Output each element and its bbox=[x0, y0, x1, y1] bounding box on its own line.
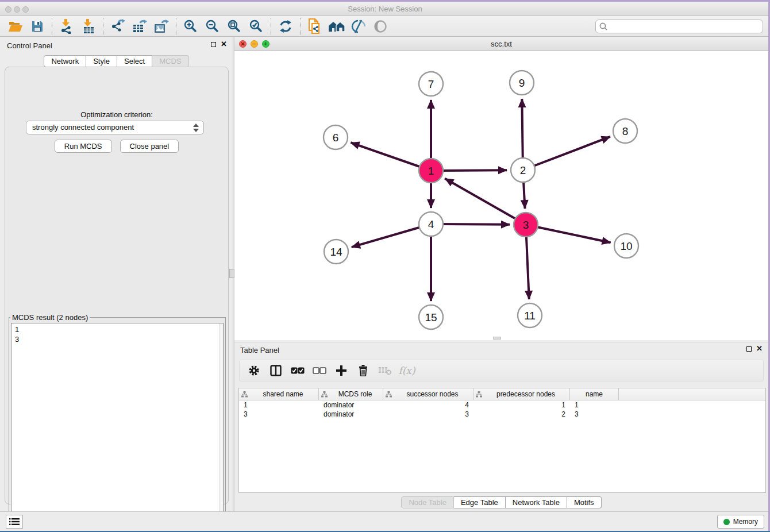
float-table-panel-icon[interactable] bbox=[746, 346, 752, 352]
table-cell[interactable]: 3 bbox=[383, 410, 473, 419]
graph-node-1[interactable]: 1 bbox=[419, 159, 443, 183]
memory-button[interactable]: Memory bbox=[717, 515, 764, 529]
tab-network-table[interactable]: Network Table bbox=[506, 496, 567, 508]
tab-select[interactable]: Select bbox=[117, 55, 152, 67]
home-icon[interactable] bbox=[326, 18, 348, 35]
graph-node-2[interactable]: 2 bbox=[511, 158, 535, 182]
import-table-icon[interactable] bbox=[78, 18, 99, 35]
network-resize-grip[interactable] bbox=[493, 337, 501, 340]
svg-text:1: 1 bbox=[428, 165, 434, 177]
tab-edge-table[interactable]: Edge Table bbox=[454, 496, 506, 508]
add-row-icon[interactable] bbox=[333, 362, 350, 379]
table-cell[interactable]: 1 bbox=[239, 400, 319, 410]
close-panel-icon[interactable]: ✕ bbox=[221, 41, 227, 47]
export-table-icon[interactable] bbox=[129, 18, 151, 35]
session-title: Session: New Session bbox=[0, 5, 770, 13]
column-header-MCDS-role[interactable]: MCDS role bbox=[319, 388, 383, 400]
tab-mcds[interactable]: MCDS bbox=[152, 55, 188, 67]
table-cell[interactable]: 1 bbox=[570, 400, 619, 410]
splitter-grip[interactable] bbox=[229, 269, 234, 278]
memory-status-icon bbox=[723, 519, 730, 525]
optimization-criterion-label: Optimization criterion: bbox=[5, 110, 228, 119]
mcds-result-title: MCDS result (2 nodes) bbox=[10, 313, 90, 322]
graph-node-15[interactable]: 15 bbox=[419, 305, 443, 329]
clone-network-icon[interactable] bbox=[304, 18, 326, 35]
float-panel-icon[interactable] bbox=[211, 42, 216, 47]
select-all-icon[interactable] bbox=[289, 362, 306, 379]
table-panel: Table Panel ✕ f(x) shared nameMCDS ro bbox=[234, 342, 768, 511]
close-panel-button[interactable]: Close panel bbox=[120, 140, 179, 153]
control-panel-tabs: NetworkStyleSelectMCDS bbox=[0, 55, 233, 67]
toggle-preview-icon[interactable] bbox=[369, 18, 391, 35]
tab-style[interactable]: Style bbox=[86, 55, 117, 67]
delete-table-icon[interactable] bbox=[376, 362, 394, 379]
column-header-successor-nodes[interactable]: successor nodes bbox=[383, 388, 473, 400]
status-bar: Memory bbox=[0, 511, 770, 531]
graph-node-4[interactable]: 4 bbox=[419, 212, 443, 236]
zoom-in-icon[interactable] bbox=[180, 18, 202, 35]
save-session-icon[interactable] bbox=[26, 18, 48, 35]
column-header-predecessor-nodes[interactable]: predecessor nodes bbox=[473, 388, 570, 400]
table-cell[interactable]: 3 bbox=[239, 410, 319, 419]
run-mcds-button[interactable]: Run MCDS bbox=[55, 140, 112, 153]
apply-function-icon[interactable]: f(x) bbox=[398, 362, 415, 379]
table-cell[interactable]: 3 bbox=[570, 410, 619, 419]
toggle-style-icon[interactable] bbox=[348, 18, 369, 35]
split-columns-icon[interactable] bbox=[267, 362, 284, 379]
table-cell[interactable]: 2 bbox=[473, 410, 570, 419]
mcds-result-textarea[interactable]: 1 3 bbox=[11, 323, 224, 528]
node-table-header: shared nameMCDS rolesuccessor nodesprede… bbox=[239, 388, 765, 400]
graph-node-3[interactable]: 3 bbox=[514, 213, 538, 237]
table-cell[interactable]: dominator bbox=[319, 400, 383, 410]
graph-node-6[interactable]: 6 bbox=[324, 125, 348, 149]
graph-node-9[interactable]: 9 bbox=[510, 71, 534, 95]
criterion-dropdown[interactable]: strongly connected component bbox=[26, 121, 204, 134]
result-scrollbar[interactable] bbox=[219, 323, 223, 527]
zoom-fit-icon[interactable] bbox=[224, 18, 245, 35]
graph-node-14[interactable]: 14 bbox=[324, 240, 348, 264]
table-cell[interactable]: 1 bbox=[473, 400, 570, 410]
open-file-icon[interactable] bbox=[5, 18, 26, 35]
table-row[interactable]: 1dominator411 bbox=[239, 400, 765, 410]
app-titlebar: Session: New Session bbox=[0, 2, 770, 16]
settings-icon[interactable] bbox=[245, 362, 263, 379]
export-image-icon[interactable] bbox=[151, 18, 172, 35]
edge-2-8[interactable] bbox=[523, 137, 610, 170]
close-table-panel-icon[interactable]: ✕ bbox=[756, 346, 763, 352]
graph-node-7[interactable]: 7 bbox=[419, 72, 443, 96]
column-header-shared-name[interactable]: shared name bbox=[239, 388, 319, 400]
graph-node-11[interactable]: 11 bbox=[518, 303, 542, 327]
zoom-out-icon[interactable] bbox=[202, 18, 224, 35]
import-network-icon[interactable] bbox=[56, 18, 78, 35]
deselect-all-icon[interactable] bbox=[311, 362, 328, 379]
column-header-name[interactable]: name bbox=[570, 388, 619, 400]
toolbar-separator bbox=[271, 18, 271, 35]
toolbar-separator bbox=[300, 18, 301, 35]
control-panel: Control Panel ✕ NetworkStyleSelectMCDS O… bbox=[0, 37, 233, 511]
svg-text:2: 2 bbox=[520, 164, 526, 176]
svg-text:11: 11 bbox=[524, 310, 536, 322]
tab-motifs[interactable]: Motifs bbox=[567, 496, 602, 508]
search-input[interactable] bbox=[595, 20, 763, 33]
table-cell[interactable]: 4 bbox=[383, 400, 473, 410]
network-window-titlebar: ✕ − + scc.txt bbox=[234, 37, 768, 51]
toolbar-separator bbox=[176, 18, 176, 35]
table-row[interactable]: 3dominator323 bbox=[239, 410, 765, 419]
svg-text:8: 8 bbox=[622, 125, 629, 137]
network-canvas[interactable]: 7968124314101511 bbox=[234, 51, 768, 340]
apply-layout-icon[interactable] bbox=[275, 18, 297, 35]
graph-node-10[interactable]: 10 bbox=[614, 234, 638, 258]
export-network-icon[interactable] bbox=[107, 18, 129, 35]
task-history-button[interactable] bbox=[6, 515, 23, 529]
svg-text:7: 7 bbox=[428, 78, 434, 90]
main-toolbar bbox=[0, 16, 770, 37]
toolbar-separator bbox=[103, 18, 103, 35]
edge-3-10[interactable] bbox=[526, 225, 611, 242]
table-cell[interactable]: dominator bbox=[319, 410, 383, 419]
tab-node-table[interactable]: Node Table bbox=[401, 496, 454, 508]
graph-node-8[interactable]: 8 bbox=[613, 119, 637, 143]
zoom-selected-icon[interactable] bbox=[245, 18, 267, 35]
edge-3-1[interactable] bbox=[445, 179, 526, 225]
tab-network[interactable]: Network bbox=[44, 55, 86, 67]
delete-row-icon[interactable] bbox=[355, 362, 372, 379]
